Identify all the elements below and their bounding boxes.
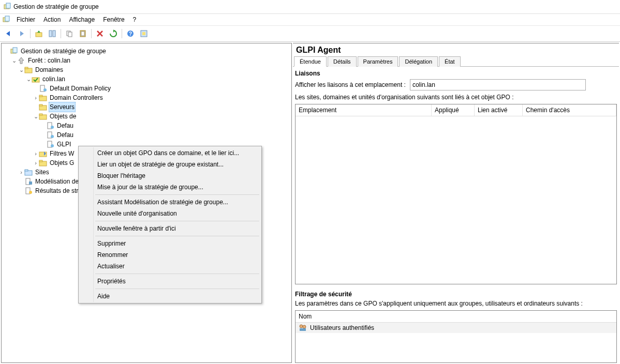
toolbar-sep2 xyxy=(61,29,61,38)
svg-rect-4 xyxy=(36,33,42,37)
ctx-sep xyxy=(95,289,259,289)
ctx-sep xyxy=(95,194,259,195)
tree-pane: Gestion de stratégie de groupe ⌄Forêt : … xyxy=(1,43,292,363)
menu-bar: Fichier Action Affichage Fenêtre ? xyxy=(0,14,620,26)
ctx-create-gpo[interactable]: Créer un objet GPO dans ce domaine, et l… xyxy=(80,147,260,159)
window-title: Gestion de stratégie de groupe xyxy=(13,3,99,10)
svg-point-29 xyxy=(51,126,54,129)
ctx-refresh[interactable]: Actualiser xyxy=(80,261,260,272)
toolbar-sep4 xyxy=(122,29,122,38)
col-chemin[interactable]: Chemin d'accès xyxy=(523,104,616,116)
location-label: Afficher les liaisons à cet emplacement … xyxy=(295,81,406,88)
context-menu: Créer un objet GPO dans ce domaine, et l… xyxy=(78,146,262,304)
location-input[interactable] xyxy=(410,79,586,90)
details-pane: GLPI Agent Étendue Détails Paramètres Dé… xyxy=(293,43,619,363)
menu-help[interactable]: ? xyxy=(129,15,141,24)
tree-domain[interactable]: ⌄colin.lan xyxy=(4,74,291,84)
toolbar-refresh[interactable] xyxy=(107,27,120,40)
tab-delegation[interactable]: Délégation xyxy=(399,56,438,67)
tree-dc[interactable]: ›Domain Controllers xyxy=(4,93,291,102)
svg-point-44 xyxy=(303,325,306,328)
ctx-block-inheritance[interactable]: Bloquer l'héritage xyxy=(80,170,260,181)
menu-affichage[interactable]: Affichage xyxy=(65,15,99,24)
toolbar-copy[interactable] xyxy=(63,27,76,40)
tab-etat[interactable]: État xyxy=(439,56,461,67)
ctx-sep xyxy=(95,236,259,236)
col-applique[interactable]: Appliqué xyxy=(432,104,475,116)
app-icon xyxy=(3,3,11,11)
svg-point-33 xyxy=(51,144,54,147)
liaisons-title: Liaisons xyxy=(295,70,617,77)
gpo-title: GLPI Agent xyxy=(293,43,619,56)
toolbar-up[interactable] xyxy=(33,27,45,40)
ctx-new-ou[interactable]: Nouvelle unité d'organisation xyxy=(80,208,260,219)
toolbar-forward[interactable] xyxy=(16,27,28,40)
tab-details[interactable]: Détails xyxy=(328,56,357,67)
col-lien-active[interactable]: Lien activé xyxy=(475,104,523,116)
svg-rect-45 xyxy=(300,328,306,331)
menu-icon xyxy=(2,16,10,24)
ctx-link-gpo[interactable]: Lier un objet de stratégie de groupe exi… xyxy=(80,159,260,170)
tree-domains[interactable]: ⌄Domaines xyxy=(4,65,291,74)
tab-etendue[interactable]: Étendue xyxy=(294,56,327,67)
svg-rect-6 xyxy=(53,31,55,37)
svg-rect-34 xyxy=(39,152,47,157)
col-emplacement[interactable]: Emplacement xyxy=(296,104,432,116)
svg-rect-5 xyxy=(49,31,52,37)
tree-ddp[interactable]: Default Domain Policy xyxy=(4,84,291,93)
tree-root[interactable]: Gestion de stratégie de groupe xyxy=(4,47,291,56)
security-row-label: Utilisateurs authentifiés xyxy=(310,324,374,331)
svg-rect-18 xyxy=(25,67,28,69)
svg-rect-23 xyxy=(39,95,42,97)
svg-rect-38 xyxy=(25,170,28,171)
tree-gpo-item-0[interactable]: Defau xyxy=(4,121,291,130)
svg-point-21 xyxy=(43,88,47,92)
ctx-delete[interactable]: Supprimer xyxy=(80,238,260,249)
toolbar-sep3 xyxy=(91,29,92,38)
menu-fichier[interactable]: Fichier xyxy=(12,15,39,24)
ctx-modeling-wizard[interactable]: Assistant Modélisation de stratégie de g… xyxy=(80,196,260,208)
svg-point-42 xyxy=(29,191,32,194)
security-grid[interactable]: Nom Utilisateurs authentifiés xyxy=(295,310,617,363)
tree-forest[interactable]: ⌄Forêt : colin.lan xyxy=(4,56,291,65)
toolbar-extra[interactable] xyxy=(138,27,150,40)
security-description: Les paramètres dans ce GPO s'appliquent … xyxy=(295,300,617,307)
ctx-properties[interactable]: Propriétés xyxy=(80,276,260,287)
links-grid[interactable]: Emplacement Appliqué Lien activé Chemin … xyxy=(295,104,617,284)
svg-rect-10 xyxy=(81,32,84,36)
tree-serveurs[interactable]: Serveurs xyxy=(4,102,291,112)
toolbar-help[interactable]: ? xyxy=(124,27,137,40)
links-grid-body xyxy=(296,116,616,284)
links-description: Les sites, domaines et unités d'organisa… xyxy=(295,94,617,101)
security-row[interactable]: Utilisateurs authentifiés xyxy=(296,323,616,333)
ctx-help[interactable]: Aide xyxy=(80,291,260,302)
tab-strip: Étendue Détails Paramètres Délégation Ét… xyxy=(293,56,619,67)
toolbar-delete[interactable] xyxy=(94,27,106,40)
toolbar-paste[interactable] xyxy=(77,27,89,40)
toolbar-showhide[interactable] xyxy=(46,27,58,40)
toolbar-back[interactable] xyxy=(2,27,14,40)
security-col-nom[interactable]: Nom xyxy=(296,311,616,323)
svg-rect-8 xyxy=(68,32,72,37)
menu-fenetre[interactable]: Fenêtre xyxy=(99,15,128,24)
ctx-new-window[interactable]: Nouvelle fenêtre à partir d'ici xyxy=(80,223,260,234)
menu-action[interactable]: Action xyxy=(39,15,65,24)
tree-gpo-item-1[interactable]: Defau xyxy=(4,130,291,140)
ctx-sep xyxy=(95,221,259,221)
svg-rect-40 xyxy=(29,181,32,185)
ctx-gpupdate[interactable]: Mise à jour de la stratégie de groupe... xyxy=(80,181,260,193)
toolbar: ? xyxy=(0,26,620,42)
svg-text:?: ? xyxy=(129,31,132,37)
svg-rect-27 xyxy=(39,114,42,115)
ctx-rename[interactable]: Renommer xyxy=(80,249,260,261)
security-title: Filtrage de sécurité xyxy=(295,291,617,298)
svg-rect-25 xyxy=(39,104,42,106)
tree-gpo[interactable]: ⌄Objets de xyxy=(4,112,291,121)
toolbar-sep xyxy=(30,29,31,38)
title-bar: Gestion de stratégie de groupe xyxy=(0,0,620,14)
ctx-sep xyxy=(95,274,259,274)
links-grid-header: Emplacement Appliqué Lien activé Chemin … xyxy=(296,104,616,116)
svg-rect-3 xyxy=(5,16,9,21)
tab-parametres[interactable]: Paramètres xyxy=(358,56,398,67)
users-icon xyxy=(299,324,307,332)
